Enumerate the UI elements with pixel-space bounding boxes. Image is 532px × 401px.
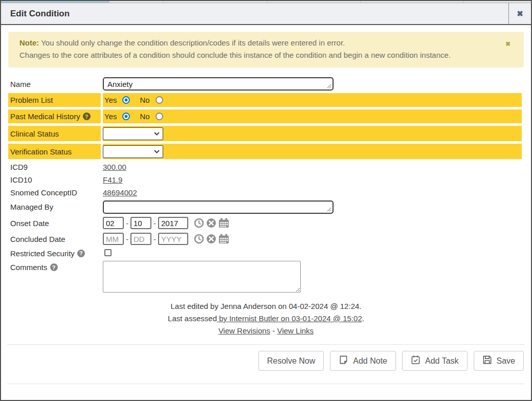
- concluded-year-input[interactable]: [158, 233, 188, 245]
- last-assessed-prefix: Last assessed: [168, 314, 217, 323]
- clock-icon[interactable]: [194, 234, 204, 244]
- resolve-now-label: Resolve Now: [267, 357, 315, 366]
- managed-by-label: Managed By: [8, 200, 101, 214]
- name-row: Name: [8, 77, 522, 91]
- last-assessed-suffix: .: [362, 314, 364, 323]
- concluded-day-input[interactable]: [130, 233, 151, 245]
- icd10-label: ICD10: [8, 174, 101, 185]
- onset-year-input[interactable]: [158, 217, 188, 229]
- condition-form: Name Problem List Yes No: [6, 75, 524, 297]
- clinical-status-select[interactable]: [103, 127, 163, 140]
- last-edited-text: Last edited by Jenna Anderson on 04-02-2…: [1, 301, 531, 311]
- help-icon[interactable]: ?: [50, 263, 58, 271]
- comments-textarea[interactable]: [103, 261, 301, 293]
- dialog-header: Edit Condition ✖: [1, 3, 531, 25]
- note-text-1: You should only change the condition des…: [41, 38, 345, 47]
- help-icon[interactable]: ?: [83, 113, 91, 120]
- managed-by-input[interactable]: [103, 201, 334, 214]
- concluded-month-input[interactable]: [103, 233, 124, 245]
- add-task-button[interactable]: Add Task: [402, 351, 468, 371]
- icd9-row: ICD9 300.00: [8, 162, 522, 172]
- view-revisions-link[interactable]: View Revisions: [218, 326, 270, 335]
- save-label: Save: [497, 357, 515, 366]
- name-input[interactable]: [103, 77, 334, 91]
- last-assessed-link[interactable]: by Internist Butler on 03-01-2024 @ 15:0…: [217, 314, 362, 323]
- concluded-date-label: Concluded Date: [8, 232, 101, 246]
- pmh-yes-radio[interactable]: [122, 113, 130, 120]
- audit-info: Last edited by Jenna Anderson on 04-02-2…: [1, 301, 531, 336]
- icd10-row: ICD10 F41.9: [8, 174, 522, 185]
- problem-list-label: Problem List: [8, 93, 101, 107]
- past-medical-history-row: Past Medical History ? Yes No: [8, 109, 522, 123]
- pmh-yes-label: Yes: [104, 112, 117, 121]
- snomed-row: Snomed ConceptID 48694002: [8, 187, 522, 197]
- concluded-date-row: Concluded Date - -: [8, 232, 522, 246]
- date-separator: -: [126, 235, 128, 243]
- date-separator: -: [126, 219, 128, 228]
- restricted-security-row: Restricted Security ?: [8, 248, 522, 258]
- save-button[interactable]: Save: [474, 351, 524, 371]
- footer-button-row: Resolve Now Add Note Add Task Save: [1, 345, 531, 371]
- past-medical-history-label: Past Medical History: [10, 112, 80, 121]
- verification-status-select[interactable]: [103, 145, 163, 158]
- icd9-label: ICD9: [8, 162, 101, 172]
- note-page-icon: [339, 355, 348, 367]
- clear-date-icon[interactable]: [206, 234, 216, 244]
- note-line-1: Note: You should only change the conditi…: [19, 37, 501, 49]
- problem-list-yes-label: Yes: [104, 96, 117, 104]
- name-label: Name: [8, 77, 101, 91]
- managed-by-row: Managed By: [8, 200, 522, 214]
- restricted-security-checkbox[interactable]: [104, 249, 112, 256]
- comments-label: Comments: [10, 263, 48, 272]
- onset-date-label: Onset Date: [8, 216, 101, 230]
- view-links-link[interactable]: View Links: [277, 326, 314, 335]
- warning-note-banner: Note: You should only change the conditi…: [8, 32, 524, 68]
- clock-icon[interactable]: [194, 218, 204, 228]
- note-text-2: Changes to the core attributes of a cond…: [19, 51, 451, 59]
- verification-status-label: Verification Status: [8, 144, 101, 159]
- footer-divider-bottom: [7, 384, 525, 384]
- verification-status-row: Verification Status: [8, 144, 522, 159]
- comments-row: Comments ?: [8, 261, 522, 294]
- resolve-now-button[interactable]: Resolve Now: [258, 351, 324, 371]
- onset-month-input[interactable]: [103, 217, 124, 229]
- calendar-icon[interactable]: [218, 234, 229, 244]
- problem-list-no-label: No: [140, 96, 149, 104]
- add-note-button[interactable]: Add Note: [330, 351, 396, 371]
- link-separator: -: [273, 326, 275, 335]
- past-medical-history-radio-group: Yes No: [103, 112, 522, 121]
- snomed-code-link[interactable]: 48694002: [103, 188, 137, 197]
- close-icon[interactable]: ✖: [508, 3, 531, 24]
- revision-links-line: View Revisions - View Links: [1, 326, 531, 336]
- edit-condition-dialog: Edit Condition ✖ Note: You should only c…: [0, 0, 532, 401]
- add-note-label: Add Note: [353, 357, 387, 366]
- pmh-no-label: No: [140, 112, 149, 121]
- pmh-no-radio[interactable]: [156, 113, 163, 120]
- dialog-title: Edit Condition: [1, 3, 508, 24]
- add-task-label: Add Task: [425, 357, 459, 366]
- calendar-check-icon: [411, 355, 420, 367]
- note-dismiss-icon[interactable]: ✖: [505, 38, 511, 50]
- help-icon[interactable]: ?: [77, 250, 85, 257]
- date-separator: -: [153, 235, 156, 243]
- clear-date-icon[interactable]: [206, 218, 216, 228]
- clinical-status-row: Clinical Status: [8, 126, 522, 141]
- background-tab-strip: [1, 1, 109, 3]
- date-separator: -: [153, 219, 156, 228]
- clinical-status-label: Clinical Status: [8, 126, 101, 141]
- problem-list-yes-radio[interactable]: [122, 96, 130, 104]
- problem-list-no-radio[interactable]: [156, 96, 163, 104]
- snomed-label: Snomed ConceptID: [8, 187, 101, 197]
- note-line-2: Changes to the core attributes of a cond…: [19, 49, 501, 61]
- restricted-security-label: Restricted Security: [10, 249, 75, 258]
- problem-list-row: Problem List Yes No: [8, 93, 522, 107]
- problem-list-radio-group: Yes No: [103, 96, 522, 104]
- note-label: Note:: [19, 38, 39, 47]
- onset-day-input[interactable]: [130, 217, 151, 229]
- icd9-code-link[interactable]: 300.00: [103, 163, 126, 171]
- save-floppy-icon: [482, 355, 492, 367]
- onset-date-row: Onset Date - -: [8, 216, 522, 230]
- calendar-icon[interactable]: [218, 218, 229, 228]
- last-assessed-line: Last assessed by Internist Butler on 03-…: [1, 314, 531, 324]
- icd10-code-link[interactable]: F41.9: [103, 175, 122, 184]
